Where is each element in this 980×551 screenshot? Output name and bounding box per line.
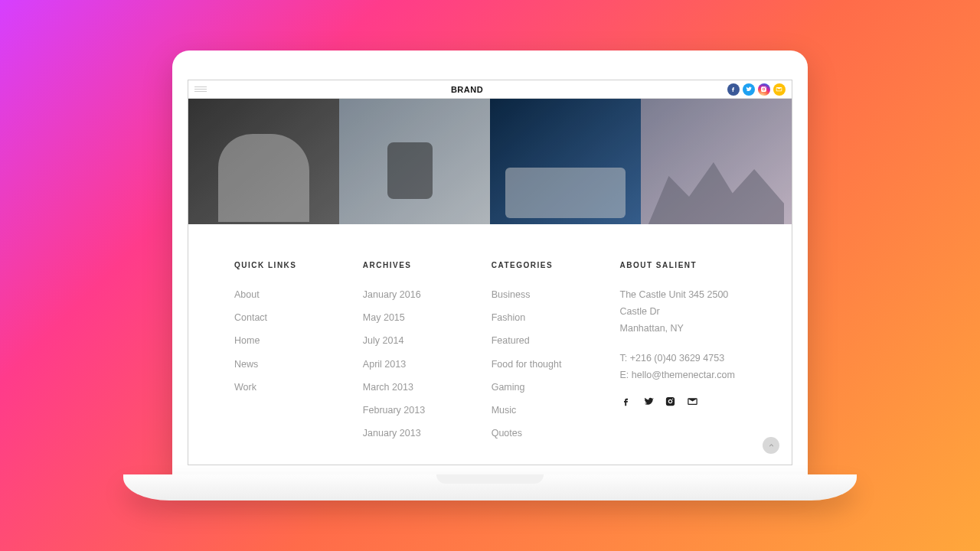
footer-link[interactable]: Music <box>492 403 585 417</box>
laptop-mockup: BRAND QUICK LINKS About Contact <box>172 51 808 500</box>
footer-link[interactable]: Quotes <box>492 426 585 440</box>
email-icon[interactable] <box>773 83 786 96</box>
footer-link[interactable]: Gaming <box>492 380 585 394</box>
footer-link[interactable]: Home <box>234 334 328 347</box>
address-line: Castle Dr <box>620 305 746 318</box>
email-line: E: hello@themenectar.com <box>620 368 746 382</box>
footer-categories: CATEGORIES Business Fashion Featured Foo… <box>492 261 585 449</box>
laptop-base <box>123 474 857 500</box>
hamburger-menu-button[interactable] <box>194 83 207 96</box>
footer-link[interactable]: Fashion <box>492 311 585 324</box>
footer-link[interactable]: January 2013 <box>363 426 456 440</box>
instagram-icon[interactable] <box>665 396 676 410</box>
email-icon[interactable] <box>687 396 698 410</box>
footer-link[interactable]: March 2013 <box>363 380 456 394</box>
scroll-to-top-button[interactable] <box>763 437 779 454</box>
footer-link[interactable]: January 2016 <box>363 288 456 302</box>
footer-quicklinks: QUICK LINKS About Contact Home News Work <box>234 261 328 449</box>
footer-heading: ABOUT SALIENT <box>620 261 746 269</box>
footer-link[interactable]: April 2013 <box>363 357 456 371</box>
app-screen: BRAND QUICK LINKS About Contact <box>188 80 792 465</box>
footer-heading: CATEGORIES <box>492 261 585 269</box>
footer-link[interactable]: About <box>234 288 328 302</box>
footer-about: ABOUT SALIENT The Castle Unit 345 2500 C… <box>620 261 746 449</box>
footer-link[interactable]: Featured <box>492 334 585 347</box>
facebook-icon[interactable] <box>620 396 632 410</box>
brand-logo[interactable]: BRAND <box>451 85 483 94</box>
facebook-icon[interactable] <box>727 83 740 96</box>
footer-heading: ARCHIVES <box>363 261 456 269</box>
footer-archives: ARCHIVES January 2016 May 2015 July 2014… <box>363 261 456 449</box>
footer-link[interactable]: Contact <box>234 311 328 324</box>
footer-link[interactable]: Work <box>234 380 328 394</box>
phone-line: T: +216 (0)40 3629 4753 <box>620 351 746 365</box>
topbar: BRAND <box>188 80 792 99</box>
footer-link[interactable]: May 2015 <box>363 311 456 324</box>
image-thumb[interactable] <box>490 99 641 224</box>
twitter-icon[interactable] <box>743 83 755 96</box>
footer-heading: QUICK LINKS <box>234 261 328 269</box>
instagram-icon[interactable] <box>758 83 770 96</box>
footer-link[interactable]: News <box>234 357 328 371</box>
footer-link[interactable]: Business <box>492 288 585 302</box>
footer-link[interactable]: February 2013 <box>363 403 456 417</box>
twitter-icon[interactable] <box>642 396 654 410</box>
footer-link[interactable]: Food for thought <box>492 357 585 371</box>
footer-social <box>620 396 746 410</box>
image-thumb[interactable] <box>339 99 490 224</box>
image-thumb[interactable] <box>188 99 339 224</box>
footer: QUICK LINKS About Contact Home News Work… <box>188 224 792 465</box>
image-thumb[interactable] <box>641 99 792 224</box>
topbar-social <box>727 83 786 96</box>
laptop-lid: BRAND QUICK LINKS About Contact <box>172 51 808 474</box>
image-strip <box>188 99 792 224</box>
footer-link[interactable]: July 2014 <box>363 334 456 347</box>
address-line: Manhattan, NY <box>620 321 746 335</box>
address-line: The Castle Unit 345 2500 <box>620 288 746 302</box>
